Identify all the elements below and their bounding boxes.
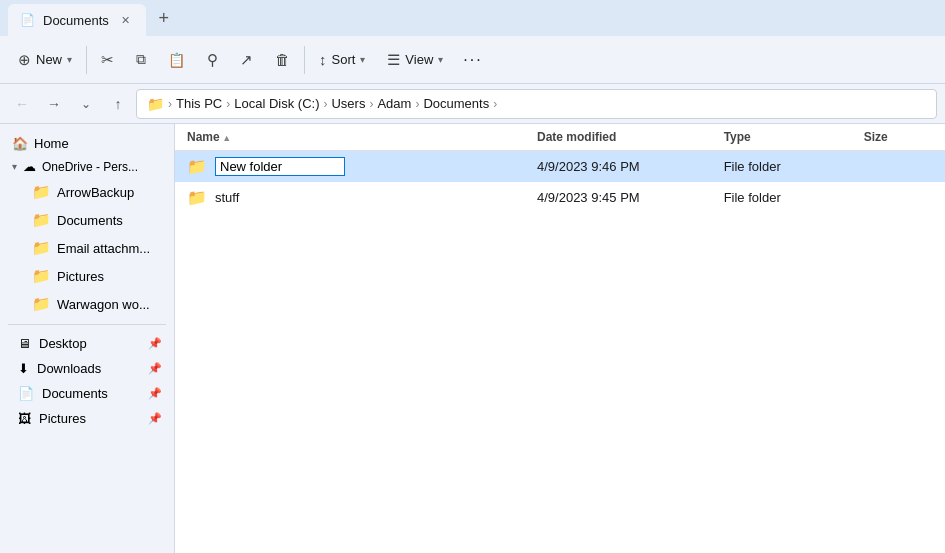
pin-icon: 📌	[148, 362, 162, 375]
pictures-icon: 🖼	[18, 411, 31, 426]
more-label: ···	[463, 51, 482, 69]
onedrive-icon: ☁	[23, 159, 36, 174]
sidebar-item-pictures[interactable]: 📁 Pictures	[4, 262, 170, 290]
folder-icon: 📁	[187, 157, 207, 176]
view-dropdown-icon: ▾	[438, 54, 443, 65]
toolbar-sep-2	[304, 46, 305, 74]
sidebar: 🏠 Home ▾ ☁ OneDrive - Pers... 📁 ArrowBac…	[0, 124, 175, 553]
breadcrumb-users[interactable]: Users	[331, 96, 365, 111]
breadcrumb-thispc[interactable]: This PC	[176, 96, 222, 111]
cut-button[interactable]: ✂	[91, 46, 124, 74]
file-type-cell: File folder	[712, 151, 852, 183]
share-icon: ↗	[240, 51, 253, 69]
table-header-row: Name Date modified Type Size	[175, 124, 945, 151]
breadcrumb-documents[interactable]: Documents	[423, 96, 489, 111]
col-header-type[interactable]: Type	[712, 124, 852, 151]
sidebar-item-label: Pictures	[57, 269, 104, 284]
view-label: View	[405, 52, 433, 67]
breadcrumb-sep-2: ›	[323, 97, 327, 111]
main-layout: 🏠 Home ▾ ☁ OneDrive - Pers... 📁 ArrowBac…	[0, 124, 945, 553]
sort-label: Sort	[332, 52, 356, 67]
share-button[interactable]: ↗	[230, 46, 263, 74]
new-button[interactable]: ⊕ New ▾	[8, 46, 82, 74]
pinned-label: Downloads	[37, 361, 101, 376]
forward-button[interactable]: →	[40, 90, 68, 118]
paste-icon: 📋	[168, 52, 185, 68]
folder-icon: 📁	[187, 188, 207, 207]
tab-document-icon: 📄	[20, 13, 35, 27]
file-size-cell	[852, 151, 945, 183]
toolbar: ⊕ New ▾ ✂ ⧉ 📋 ⚲ ↗ 🗑 ↕ Sort ▾ ☰ View ▾ ··…	[0, 36, 945, 84]
view-icon: ☰	[387, 51, 400, 69]
file-table: Name Date modified Type Size 📁 4/9/2023 …	[175, 124, 945, 213]
sidebar-item-label: ArrowBackup	[57, 185, 134, 200]
file-name-cell: 📁 stuff	[175, 182, 525, 213]
view-button[interactable]: ☰ View ▾	[377, 46, 453, 74]
breadcrumb-localdisk[interactable]: Local Disk (C:)	[234, 96, 319, 111]
rename-icon: ⚲	[207, 51, 218, 69]
file-size-cell	[852, 182, 945, 213]
sidebar-pinned-downloads[interactable]: ⬇ Downloads 📌	[4, 356, 170, 381]
sidebar-item-warwagon[interactable]: 📁 Warwagon wo...	[4, 290, 170, 318]
col-header-date[interactable]: Date modified	[525, 124, 712, 151]
file-name-label: stuff	[215, 190, 239, 205]
delete-button[interactable]: 🗑	[265, 46, 300, 73]
sort-button[interactable]: ↕ Sort ▾	[309, 46, 375, 73]
up-button[interactable]: ↑	[104, 90, 132, 118]
paste-button[interactable]: 📋	[158, 47, 195, 73]
copy-button[interactable]: ⧉	[126, 46, 156, 73]
active-tab[interactable]: 📄 Documents ✕	[8, 4, 146, 36]
cut-icon: ✂	[101, 51, 114, 69]
file-date-cell: 4/9/2023 9:45 PM	[525, 182, 712, 213]
sidebar-item-email[interactable]: 📁 Email attachm...	[4, 234, 170, 262]
breadcrumb-sep-5: ›	[493, 97, 497, 111]
breadcrumb-adam[interactable]: Adam	[377, 96, 411, 111]
breadcrumb-sep-3: ›	[369, 97, 373, 111]
col-header-name[interactable]: Name	[175, 124, 525, 151]
sidebar-pinned-pictures[interactable]: 🖼 Pictures 📌	[4, 406, 170, 431]
folder-icon: 📁	[32, 267, 51, 285]
delete-icon: 🗑	[275, 51, 290, 68]
folder-icon: 📁	[32, 211, 51, 229]
pinned-label: Documents	[42, 386, 108, 401]
pin-icon: 📌	[148, 387, 162, 400]
sort-dropdown-icon: ▾	[360, 54, 365, 65]
toolbar-sep-1	[86, 46, 87, 74]
breadcrumb-sep-0: ›	[168, 97, 172, 111]
sidebar-item-home[interactable]: 🏠 Home	[4, 132, 170, 155]
title-bar: 📄 Documents ✕ +	[0, 0, 945, 36]
sidebar-item-label: Email attachm...	[57, 241, 150, 256]
rename-button[interactable]: ⚲	[197, 46, 228, 74]
tab-close-button[interactable]: ✕	[117, 12, 134, 29]
table-row[interactable]: 📁 stuff 4/9/2023 9:45 PM File folder	[175, 182, 945, 213]
sidebar-pinned-documents[interactable]: 📄 Documents 📌	[4, 381, 170, 406]
sidebar-pinned-desktop[interactable]: 🖥 Desktop 📌	[4, 331, 170, 356]
new-icon: ⊕	[18, 51, 31, 69]
folder-icon: 📁	[32, 183, 51, 201]
pin-icon: 📌	[148, 337, 162, 350]
new-tab-button[interactable]: +	[150, 4, 178, 32]
file-type-cell: File folder	[712, 182, 852, 213]
breadcrumb-sep-4: ›	[415, 97, 419, 111]
tab-title: Documents	[43, 13, 109, 28]
sidebar-item-arrowbackup[interactable]: 📁 ArrowBackup	[4, 178, 170, 206]
more-button[interactable]: ···	[455, 46, 490, 74]
col-header-size[interactable]: Size	[852, 124, 945, 151]
file-date-cell: 4/9/2023 9:46 PM	[525, 151, 712, 183]
back-button[interactable]: ←	[8, 90, 36, 118]
table-row[interactable]: 📁 4/9/2023 9:46 PM File folder	[175, 151, 945, 183]
sidebar-item-label: Warwagon wo...	[57, 297, 150, 312]
address-bar: ← → ⌄ ↑ 📁 › This PC › Local Disk (C:) › …	[0, 84, 945, 124]
file-area: Name Date modified Type Size 📁 4/9/2023 …	[175, 124, 945, 553]
sidebar-item-documents[interactable]: 📁 Documents	[4, 206, 170, 234]
home-icon: 🏠	[12, 136, 28, 151]
sidebar-divider	[8, 324, 166, 325]
sidebar-item-label: Documents	[57, 213, 123, 228]
rename-input[interactable]	[215, 157, 345, 176]
breadcrumb: 📁 › This PC › Local Disk (C:) › Users › …	[136, 89, 937, 119]
sidebar-item-onedrive[interactable]: ▾ ☁ OneDrive - Pers...	[4, 155, 170, 178]
dropdown-button[interactable]: ⌄	[72, 90, 100, 118]
pinned-label: Desktop	[39, 336, 87, 351]
onedrive-expand-arrow: ▾	[12, 161, 17, 172]
documents-icon: 📄	[18, 386, 34, 401]
